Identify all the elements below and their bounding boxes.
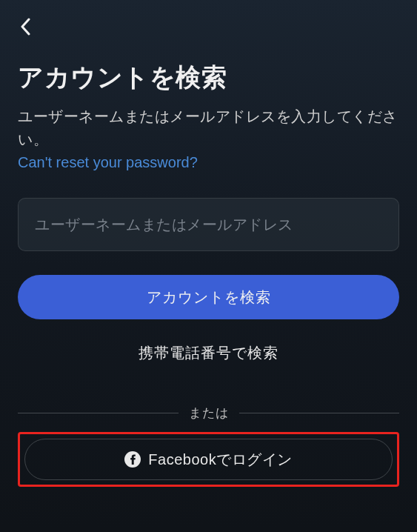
- facebook-highlight-box: Facebookでログイン: [18, 432, 399, 487]
- username-email-input[interactable]: [18, 198, 399, 251]
- facebook-login-button[interactable]: Facebookでログイン: [24, 439, 393, 480]
- divider-label: または: [179, 405, 239, 422]
- facebook-icon: [124, 451, 141, 468]
- facebook-login-label: Facebookでログイン: [148, 450, 292, 470]
- password-help-link[interactable]: Can't reset your password?: [18, 154, 399, 171]
- divider-line-left: [18, 413, 179, 413]
- phone-search-link[interactable]: 携帯電話番号で検索: [18, 343, 399, 363]
- page-subtitle: ユーザーネームまたはメールアドレスを入力してください。: [18, 105, 399, 151]
- chevron-left-icon: [20, 18, 30, 36]
- divider-line-right: [239, 413, 400, 413]
- divider: または: [18, 405, 399, 422]
- back-button[interactable]: [13, 15, 37, 39]
- page-title: アカウントを検索: [18, 61, 399, 95]
- search-account-button[interactable]: アカウントを検索: [18, 275, 399, 319]
